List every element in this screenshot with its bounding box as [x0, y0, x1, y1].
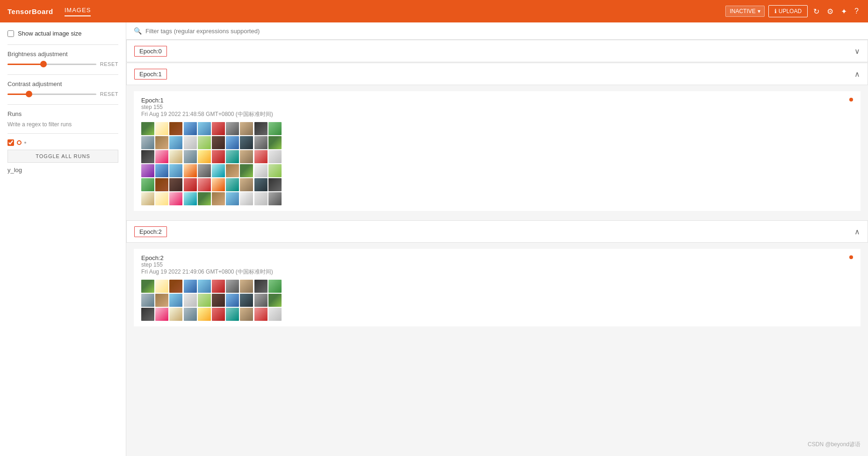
image-cell [212, 294, 225, 307]
contrast-reset-button[interactable]: RESET [100, 91, 118, 97]
image-cell [226, 136, 239, 149]
brightness-slider[interactable] [7, 64, 96, 65]
status-label: INACTIVE [730, 8, 755, 14]
epoch-1-card-title: Epoch:1 [141, 97, 273, 104]
contrast-label: Contrast adjustment [7, 80, 118, 87]
filter-bar: 🔍 [126, 22, 868, 40]
image-cell [226, 150, 239, 163]
image-cell [198, 136, 211, 149]
image-cell [155, 280, 168, 293]
image-cell [254, 192, 268, 205]
show-image-size-label: Show actual image size [18, 30, 82, 37]
upload-button[interactable]: ℹ UPLOAD [768, 5, 808, 17]
gear-icon[interactable]: ✦ [839, 5, 849, 18]
image-cell [212, 280, 225, 293]
image-cell [169, 178, 182, 191]
filter-input[interactable] [145, 28, 861, 35]
image-cell [141, 150, 154, 163]
epoch-2-toggle-icon: ∧ [854, 227, 860, 236]
toggle-all-button[interactable]: TOGGLE ALL RUNS [7, 150, 118, 163]
epoch-2-title: Epoch:2 [134, 226, 167, 237]
brand-logo: TensorBoard [7, 7, 53, 15]
image-cell [198, 294, 211, 307]
image-cell [268, 178, 282, 191]
image-cell [184, 178, 197, 191]
image-cell [254, 280, 268, 293]
run-dot-icon [24, 142, 26, 144]
run-circle-icon [17, 140, 22, 145]
image-cell [169, 308, 182, 321]
image-cell [240, 192, 253, 205]
image-cell [169, 136, 182, 149]
images-tab[interactable]: IMAGES [65, 7, 91, 16]
image-cell [226, 280, 239, 293]
image-cell [141, 294, 154, 307]
epoch-2-card-step: step 155 [141, 261, 273, 268]
image-cell [240, 122, 253, 135]
navbar: TensorBoard IMAGES INACTIVE ▾ ℹ UPLOAD ↻… [0, 0, 868, 22]
image-cell [268, 308, 282, 321]
image-cell [155, 192, 168, 205]
epoch-2-card-title: Epoch:2 [141, 254, 273, 261]
image-cell [212, 122, 225, 135]
epoch-1-card-meta: Epoch:1 step 155 Fri Aug 19 2022 21:48:5… [141, 97, 273, 118]
image-cell [240, 150, 253, 163]
navbar-right: INACTIVE ▾ ℹ UPLOAD ↻ ⚙ ✦ ? [725, 5, 861, 18]
image-cell [212, 308, 225, 321]
show-image-size-checkbox[interactable] [7, 30, 14, 37]
image-cell [169, 294, 182, 307]
epoch-2-content: Epoch:2 step 155 Fri Aug 19 2022 21:49:0… [126, 243, 868, 336]
image-cell [198, 192, 211, 205]
upload-label: UPLOAD [779, 8, 802, 14]
image-cell [254, 178, 268, 191]
image-cell [184, 294, 197, 307]
status-dropdown[interactable]: INACTIVE ▾ [725, 6, 764, 17]
image-cell [198, 150, 211, 163]
image-cell [184, 308, 197, 321]
image-cell [254, 122, 268, 135]
image-cell [226, 178, 239, 191]
run-name: y_log [7, 166, 118, 174]
image-cell [240, 136, 253, 149]
image-cell [254, 164, 268, 177]
epoch-0-header[interactable]: Epoch:0 ∨ [126, 40, 868, 62]
image-cell [212, 192, 225, 205]
epoch-1-card-step: step 155 [141, 104, 273, 110]
image-cell [169, 150, 182, 163]
image-cell [198, 280, 211, 293]
image-cell [268, 136, 282, 149]
image-cell [184, 192, 197, 205]
image-cell [254, 136, 268, 149]
image-cell [169, 280, 182, 293]
image-cell [198, 308, 211, 321]
epoch-1-run-dot [849, 98, 853, 101]
info-icon: ℹ [774, 8, 777, 14]
brightness-slider-row: RESET [7, 61, 118, 67]
run-checkbox[interactable] [7, 139, 14, 146]
search-icon: 🔍 [134, 27, 142, 35]
brightness-reset-button[interactable]: RESET [100, 61, 118, 67]
image-cell [155, 136, 168, 149]
image-cell [226, 164, 239, 177]
help-icon[interactable]: ? [853, 5, 861, 17]
epoch-1-header[interactable]: Epoch:1 ∧ [126, 63, 868, 85]
epoch-1-image-grid [141, 122, 282, 205]
contrast-slider[interactable] [7, 94, 96, 95]
image-cell [169, 164, 182, 177]
runs-filter-label: Write a regex to filter runs [7, 121, 118, 128]
show-image-size-row: Show actual image size [7, 30, 118, 37]
image-cell [254, 294, 268, 307]
epoch-1-card: Epoch:1 step 155 Fri Aug 19 2022 21:48:5… [134, 91, 861, 211]
image-cell [155, 178, 168, 191]
image-cell [141, 136, 154, 149]
image-cell [254, 308, 268, 321]
settings-icon[interactable]: ⚙ [825, 5, 835, 18]
image-cell [155, 164, 168, 177]
image-cell [141, 122, 154, 135]
epoch-1-content: Epoch:1 step 155 Fri Aug 19 2022 21:48:5… [126, 86, 868, 220]
refresh-icon[interactable]: ↻ [811, 5, 821, 18]
epoch-2-header[interactable]: Epoch:2 ∧ [126, 220, 868, 243]
image-cell [141, 308, 154, 321]
image-cell [155, 308, 168, 321]
image-cell [184, 122, 197, 135]
